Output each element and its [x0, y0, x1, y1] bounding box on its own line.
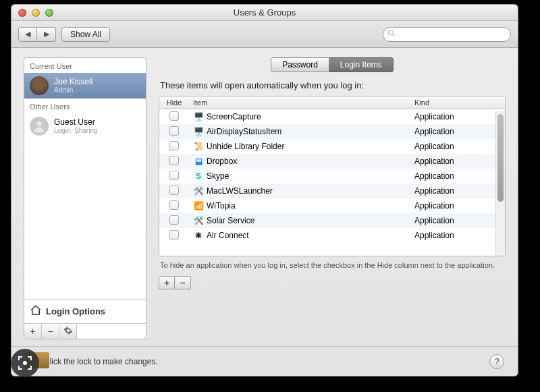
nav-segmented: ◀ ▶	[18, 27, 56, 42]
column-item[interactable]: Item	[189, 96, 410, 109]
hide-checkbox[interactable]	[169, 156, 179, 165]
user-name-label: Joe Kissell	[54, 78, 92, 86]
other-users-header: Other Users	[24, 99, 146, 113]
item-kind: Application	[410, 125, 505, 138]
hint-text: To hide an application when you log in, …	[160, 260, 504, 271]
user-role-label: Login, Sharing	[54, 127, 98, 134]
login-options-label: Login Options	[46, 306, 105, 316]
svg-point-2	[36, 121, 41, 126]
sidebar-footer: + −	[24, 323, 146, 339]
item-name: Unhide Library Folder	[207, 142, 284, 151]
display-icon: 🖥️	[193, 126, 204, 137]
search-input[interactable]	[398, 30, 506, 39]
table-row[interactable]: 🛠️Solar ServiceApplication	[159, 213, 505, 228]
item-name: WiTopia	[207, 201, 236, 211]
item-kind: Application	[410, 184, 505, 198]
item-name: Dropbox	[207, 157, 237, 166]
item-kind: Application	[410, 140, 505, 153]
footer: Click the lock to make changes. ?	[11, 346, 518, 376]
scrollbar-thumb[interactable]	[497, 114, 504, 202]
remove-user-button[interactable]: −	[42, 324, 59, 339]
sidebar-item-guest-user[interactable]: Guest User Login, Sharing	[24, 113, 146, 139]
main-pane: Password Login Items These items will op…	[159, 57, 506, 339]
toolbar: ◀ ▶ Show All	[11, 21, 518, 48]
remove-login-item-button[interactable]: −	[175, 276, 191, 289]
column-hide[interactable]: Hide	[159, 96, 189, 109]
item-name: Solar Service	[207, 216, 254, 225]
column-kind[interactable]: Kind	[410, 96, 505, 109]
user-name-label: Guest User	[54, 118, 98, 127]
hide-checkbox[interactable]	[169, 171, 179, 180]
table-row[interactable]: ⬓DropboxApplication	[159, 154, 505, 169]
preferences-window: Users & Groups ◀ ▶ Show All Current User…	[11, 4, 518, 376]
forward-button[interactable]: ▶	[37, 27, 56, 42]
user-avatar-icon	[30, 76, 49, 95]
launcher-icon: 🛠️	[193, 186, 204, 196]
skype-icon: S	[193, 171, 204, 181]
add-user-button[interactable]: +	[24, 324, 42, 339]
table-row[interactable]: SSkypeApplication	[159, 169, 505, 184]
table-row[interactable]: ❋Air ConnectApplication	[159, 228, 505, 243]
service-icon: 🛠️	[193, 215, 204, 226]
hide-checkbox[interactable]	[169, 111, 179, 121]
table-row[interactable]: 📶WiTopiaApplication	[159, 198, 505, 213]
item-kind: Application	[410, 110, 505, 123]
table-row[interactable]: 🛠️MacLWSLauncherApplication	[159, 184, 505, 198]
tab-login-items[interactable]: Login Items	[329, 57, 394, 72]
display-icon: 🖥️	[193, 111, 204, 122]
tab-bar: Password Login Items	[159, 57, 506, 72]
scrollbar[interactable]	[495, 111, 505, 256]
item-name: Skype	[207, 171, 229, 181]
add-login-item-button[interactable]: +	[159, 276, 175, 289]
hide-checkbox[interactable]	[169, 215, 179, 225]
svg-point-0	[389, 30, 394, 35]
gear-icon	[63, 326, 73, 337]
back-button[interactable]: ◀	[18, 27, 37, 42]
table-header: Hide Item Kind	[159, 96, 505, 109]
hide-checkbox[interactable]	[169, 230, 179, 240]
dropbox-icon: ⬓	[193, 156, 204, 167]
user-action-menu[interactable]	[59, 324, 77, 339]
lock-text: Click the lock to make changes.	[44, 357, 158, 366]
item-kind: Application	[410, 155, 505, 168]
home-icon	[30, 304, 42, 318]
table-body: 🖥️ScreenCaptureApplication🖥️AirDisplaySt…	[159, 109, 505, 256]
svg-point-3	[23, 361, 27, 365]
table-row[interactable]: 📜Unhide Library FolderApplication	[159, 139, 505, 154]
item-kind: Application	[410, 229, 505, 242]
login-items-table: Hide Item Kind 🖥️ScreenCaptureApplicatio…	[159, 96, 506, 256]
window-title: Users & Groups	[11, 7, 518, 18]
tab-password[interactable]: Password	[271, 57, 329, 72]
fan-icon: ❋	[193, 230, 204, 241]
item-kind: Application	[410, 214, 505, 227]
item-kind: Application	[410, 169, 505, 183]
hide-checkbox[interactable]	[169, 186, 179, 195]
current-user-header: Current User	[24, 58, 146, 73]
item-name: Air Connect	[207, 231, 249, 240]
show-all-button[interactable]: Show All	[61, 27, 110, 42]
item-kind: Application	[410, 199, 505, 213]
users-sidebar: Current User Joe Kissell Admin Other Use…	[24, 57, 146, 339]
search-field[interactable]	[383, 27, 511, 42]
lens-overlay-icon[interactable]	[11, 349, 39, 377]
user-role-label: Admin	[54, 86, 92, 94]
guest-avatar-icon	[30, 117, 49, 136]
script-icon: 📜	[193, 141, 204, 152]
table-row[interactable]: 🖥️ScreenCaptureApplication	[159, 109, 505, 124]
hide-checkbox[interactable]	[169, 200, 179, 210]
hide-checkbox[interactable]	[169, 141, 179, 150]
wifi-icon: 📶	[193, 200, 204, 211]
login-items-buttons: + −	[159, 276, 506, 289]
table-row[interactable]: 🖥️AirDisplayStatusItemApplication	[159, 124, 505, 139]
svg-line-1	[393, 34, 395, 36]
item-name: AirDisplayStatusItem	[207, 127, 281, 136]
sidebar-item-current-user[interactable]: Joe Kissell Admin	[24, 73, 146, 99]
search-icon	[387, 29, 398, 39]
instruction-text: These items will open automatically when…	[160, 80, 506, 90]
hide-checkbox[interactable]	[169, 126, 179, 136]
item-name: ScreenCapture	[207, 112, 261, 121]
login-options-button[interactable]: Login Options	[24, 299, 146, 323]
item-name: MacLWSLauncher	[207, 186, 273, 196]
titlebar: Users & Groups	[11, 5, 518, 21]
help-button[interactable]: ?	[489, 354, 504, 369]
